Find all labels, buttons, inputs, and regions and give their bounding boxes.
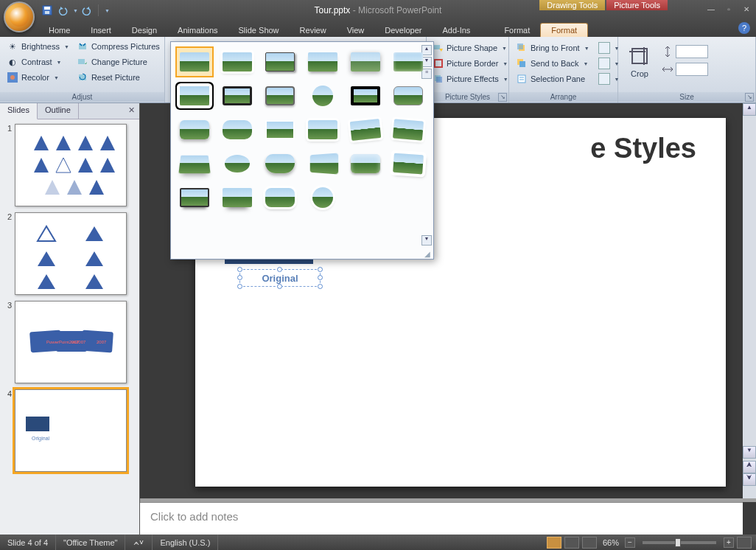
picture-style-item[interactable] <box>262 82 298 110</box>
picture-effects-button[interactable]: Picture Effects▼ <box>430 72 505 86</box>
selection-handle[interactable] <box>318 284 323 289</box>
vertical-scrollbar[interactable]: ▲ ▼ ⮝ ⮟ <box>743 103 756 498</box>
bring-to-front-button[interactable]: Bring to Front▼ <box>513 41 592 55</box>
status-slide-number[interactable]: Slide 4 of 4 <box>0 535 56 550</box>
office-button[interactable] <box>4 1 35 32</box>
picture-style-item[interactable] <box>220 48 255 76</box>
picture-style-item[interactable] <box>262 150 298 178</box>
status-language[interactable]: English (U.S.) <box>153 535 218 550</box>
dialog-launcher-icon[interactable]: ↘ <box>745 93 754 102</box>
view-normal-button[interactable] <box>547 537 561 549</box>
view-slideshow-button[interactable] <box>582 537 597 549</box>
redo-icon[interactable] <box>80 4 94 17</box>
tab-animations[interactable]: Animations <box>167 24 228 37</box>
picture-style-item[interactable] <box>305 184 340 212</box>
tab-outline[interactable]: Outline <box>38 103 79 119</box>
picture-style-item[interactable] <box>177 48 212 76</box>
picture-style-item[interactable] <box>262 116 298 144</box>
recolor-button[interactable]: Recolor▼ <box>4 70 72 85</box>
reset-picture-button[interactable]: Reset Picture <box>74 70 163 85</box>
crop-button[interactable]: Crop <box>622 42 657 80</box>
picture-style-item[interactable] <box>391 48 426 76</box>
view-sorter-button[interactable] <box>564 537 579 549</box>
tab-view[interactable]: View <box>337 24 375 37</box>
picture-style-item[interactable] <box>348 82 383 110</box>
tab-developer[interactable]: Developer <box>374 24 432 37</box>
slide-thumbnail[interactable]: PowerPoint2007vs20072007 <box>15 301 127 383</box>
picture-style-item[interactable] <box>177 116 212 144</box>
status-spellcheck[interactable] <box>125 535 153 550</box>
selected-caption-box[interactable]: Original <box>239 269 321 287</box>
picture-style-item[interactable] <box>391 82 426 110</box>
contrast-button[interactable]: ◐Contrast▼ <box>4 55 72 69</box>
zoom-slider[interactable] <box>643 541 716 544</box>
slide-thumbnail[interactable] <box>15 124 127 206</box>
slide-thumbnail[interactable] <box>15 212 127 295</box>
help-button[interactable]: ? <box>738 22 750 34</box>
height-input[interactable] <box>676 45 708 58</box>
picture-style-item[interactable] <box>305 82 340 110</box>
selection-handle[interactable] <box>237 275 242 280</box>
tab-add-ins[interactable]: Add-Ins <box>432 24 480 37</box>
scroll-down-button[interactable]: ▼ <box>743 446 756 459</box>
scroll-up-button[interactable]: ▲ <box>743 103 756 116</box>
save-icon[interactable] <box>41 4 54 17</box>
dialog-launcher-icon[interactable]: ↘ <box>498 93 507 102</box>
gallery-resize-grip[interactable]: ◢ <box>424 250 432 257</box>
width-spinner[interactable] <box>662 63 708 76</box>
picture-style-item[interactable] <box>262 48 298 76</box>
picture-style-item[interactable] <box>220 116 255 144</box>
brightness-button[interactable]: ☀Brightness▼ <box>4 39 72 54</box>
picture-style-item[interactable] <box>177 184 212 212</box>
picture-style-item[interactable] <box>305 48 340 76</box>
picture-style-item[interactable] <box>220 150 255 178</box>
tab-format-picture[interactable]: Format <box>540 23 588 37</box>
tab-insert[interactable]: Insert <box>80 24 122 37</box>
width-input[interactable] <box>676 63 708 76</box>
close-button[interactable]: ✕ <box>741 4 752 14</box>
picture-style-item[interactable] <box>177 82 212 110</box>
selection-pane-button[interactable]: Selection Pane <box>513 72 592 86</box>
undo-icon[interactable] <box>56 4 69 17</box>
picture-style-item[interactable] <box>348 116 383 144</box>
zoom-out-button[interactable]: − <box>625 537 635 548</box>
height-spinner[interactable] <box>662 45 708 58</box>
selection-handle[interactable] <box>277 267 282 272</box>
restore-button[interactable]: ▫ <box>723 4 735 14</box>
picture-style-item[interactable] <box>391 116 426 144</box>
selection-handle[interactable] <box>318 267 323 272</box>
tab-review[interactable]: Review <box>290 24 337 37</box>
picture-border-button[interactable]: Picture Border▼ <box>430 56 505 71</box>
tab-format-drawing[interactable]: Format <box>494 24 540 37</box>
selection-handle[interactable] <box>237 284 242 289</box>
change-picture-button[interactable]: Change Picture <box>74 55 163 69</box>
picture-style-item[interactable] <box>305 116 340 144</box>
picture-style-item[interactable] <box>305 150 340 178</box>
zoom-slider-thumb[interactable] <box>675 538 681 547</box>
picture-style-item[interactable] <box>220 184 255 212</box>
panel-close-button[interactable]: ✕ <box>124 103 139 119</box>
prev-slide-button[interactable]: ⮝ <box>743 461 756 473</box>
qat-customize-icon[interactable]: ▼ <box>105 8 110 13</box>
tab-design[interactable]: Design <box>122 24 167 37</box>
next-slide-button[interactable]: ⮟ <box>743 473 756 486</box>
status-theme[interactable]: "Office Theme" <box>56 535 125 550</box>
undo-dropdown-icon[interactable]: ▼ <box>73 8 78 13</box>
picture-style-item[interactable] <box>391 150 426 178</box>
picture-style-item[interactable] <box>348 150 383 178</box>
selection-handle[interactable] <box>318 275 323 280</box>
picture-style-item[interactable] <box>220 82 255 110</box>
picture-shape-button[interactable]: Picture Shape▼ <box>430 41 505 55</box>
tab-home[interactable]: Home <box>38 24 80 37</box>
slide-thumbnail[interactable]: Original <box>15 389 127 472</box>
compress-pictures-button[interactable]: Compress Pictures <box>74 39 163 54</box>
tab-slide-show[interactable]: Slide Show <box>228 24 290 37</box>
minimize-button[interactable]: — <box>705 4 717 14</box>
gallery-scroll-bottom[interactable]: ▼ <box>421 235 432 246</box>
selection-handle[interactable] <box>237 267 242 272</box>
zoom-in-button[interactable]: + <box>724 537 734 548</box>
zoom-fit-button[interactable] <box>737 537 752 549</box>
tab-slides-thumbnails[interactable]: Slides <box>0 103 38 119</box>
picture-style-item[interactable] <box>177 150 212 178</box>
selection-handle[interactable] <box>277 284 282 289</box>
